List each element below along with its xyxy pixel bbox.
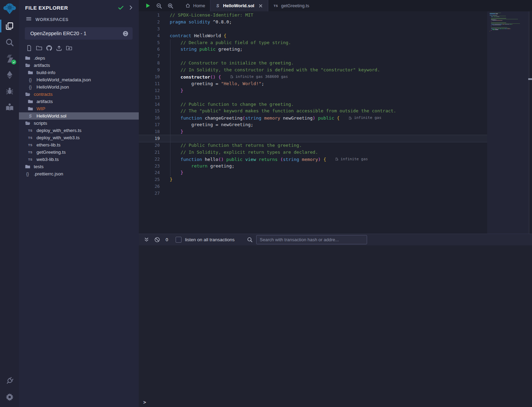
- editor-scrollbar-rail[interactable]: [529, 11, 532, 234]
- tree-item-label: contracts: [34, 92, 53, 97]
- activity-plugin-manager[interactable]: [0, 373, 19, 389]
- solidity-icon: S: [28, 113, 33, 119]
- tree-item-.deps[interactable]: .deps: [19, 54, 139, 62]
- terminal-search-icon: [247, 237, 253, 243]
- close-tab-icon[interactable]: [258, 3, 263, 8]
- solidity-icon: S: [215, 3, 220, 8]
- compile-success-badge: [11, 60, 16, 64]
- tree-item-HelloWorld.sol[interactable]: SHelloWorld.sol: [19, 112, 139, 120]
- activity-file-explorer[interactable]: [0, 18, 19, 34]
- file-explorer-panel: FILE EXPLORER WORKSPACES OpenZeppelin ER…: [19, 0, 139, 407]
- plug-icon: [5, 376, 14, 385]
- tree-item-HelloWorld_metadata.json[interactable]: {}HelloWorld_metadata.json: [19, 76, 139, 83]
- gas-estimate: infinite gas: [348, 114, 381, 121]
- line-number: 1: [139, 12, 160, 19]
- tabs: HomeSHelloWorld.solTSgetGreeting.ts: [180, 0, 314, 11]
- code-line-26: 26: [139, 183, 487, 190]
- hamburger-menu-icon[interactable]: [26, 16, 32, 23]
- workspace-select[interactable]: OpenZeppelin ERC20 - 1: [25, 27, 133, 40]
- tree-item-label: WIP: [36, 106, 45, 111]
- code-line-16: 16 function changeGreeting(string memory…: [139, 114, 487, 121]
- tree-item-ethers-lib.ts[interactable]: TSethers-lib.ts: [19, 141, 139, 149]
- clone-github-icon[interactable]: [46, 45, 52, 51]
- tree-item-label: scripts: [34, 121, 47, 126]
- code-editor[interactable]: 1// SPDX-License-Identifier: MIT2pragma …: [139, 11, 532, 234]
- line-number: 10: [139, 73, 160, 80]
- line-number: 6: [139, 46, 160, 53]
- tree-item-artifacts[interactable]: artifacts: [19, 62, 139, 69]
- upload-folder-icon[interactable]: [66, 45, 72, 51]
- activity-deploy-and-run[interactable]: [0, 67, 19, 83]
- ts-icon: TS: [273, 3, 278, 8]
- tree-item-artifacts[interactable]: artifacts: [19, 98, 139, 105]
- new-file-icon[interactable]: [26, 45, 32, 51]
- terminal-prompt: >: [143, 399, 146, 405]
- folder-open-icon: [25, 121, 30, 126]
- minimap[interactable]: [487, 11, 529, 234]
- tree-item-build-info[interactable]: build-info: [19, 69, 139, 76]
- tree-item-contracts[interactable]: contracts: [19, 91, 139, 98]
- clear-console-icon[interactable]: [154, 237, 160, 243]
- tree-item-deploy_with_web3.ts[interactable]: TSdeploy_with_web3.ts: [19, 134, 139, 141]
- code-line-6: 6 string public greeting;: [139, 46, 487, 53]
- line-number: 14: [139, 101, 160, 108]
- activity-solidity-compiler[interactable]: [0, 50, 19, 67]
- tree-item-label: web3-lib.ts: [36, 157, 59, 162]
- workspaces-label: WORKSPACES: [35, 17, 69, 22]
- line-number: 27: [139, 190, 160, 197]
- code-line-8: 8 // Constructor to initialize the greet…: [139, 60, 487, 67]
- code-line-17: 17 greeting = newGreeting;: [139, 121, 487, 128]
- ts-icon: TS: [28, 135, 33, 141]
- remix-logo-icon: [2, 2, 17, 16]
- zoom-out-button[interactable]: [156, 3, 162, 9]
- braces-icon: {}: [28, 84, 33, 90]
- editor-area: HomeSHelloWorld.solTSgetGreeting.ts 1// …: [139, 0, 532, 407]
- tab-getGreeting.ts[interactable]: TSgetGreeting.ts: [268, 0, 314, 11]
- tree-item-label: .deps: [34, 55, 45, 61]
- run-script-button[interactable]: [145, 3, 151, 9]
- ethereum-icon: [5, 70, 14, 79]
- indent-guide: [170, 39, 170, 176]
- tree-item-getGreeting.ts[interactable]: TSgetGreeting.ts: [19, 149, 139, 156]
- tree-item-HelloWorld.json[interactable]: {}HelloWorld.json: [19, 83, 139, 91]
- code-line-12: 12 }: [139, 87, 487, 94]
- line-number: 7: [139, 53, 160, 60]
- tab-Home[interactable]: Home: [180, 0, 210, 11]
- terminal-search-input[interactable]: [256, 235, 367, 244]
- upload-file-icon[interactable]: [56, 45, 62, 51]
- tree-item-web3-lib.ts[interactable]: TSweb3-lib.ts: [19, 156, 139, 163]
- tree-item-deploy_with_ethers.ts[interactable]: TSdeploy_with_ethers.ts: [19, 127, 139, 134]
- code-line-7: 7: [139, 53, 487, 60]
- activity-search[interactable]: [0, 34, 19, 50]
- panel-resize-handle[interactable]: [528, 78, 532, 80]
- tree-item-WIP[interactable]: WIP: [19, 105, 139, 112]
- folder-icon: [25, 55, 30, 61]
- braces-icon: {}: [28, 77, 33, 83]
- line-number: 2: [139, 19, 160, 26]
- code-line-18: 18 }: [139, 128, 487, 135]
- listen-transactions-checkbox[interactable]: [176, 237, 181, 243]
- chevron-right-icon[interactable]: [128, 4, 134, 11]
- tree-item-tests[interactable]: tests: [19, 163, 139, 170]
- activity-settings[interactable]: [0, 389, 19, 405]
- file-explorer-header: FILE EXPLORER: [19, 0, 139, 13]
- tree-item-label: HelloWorld_metadata.json: [36, 77, 91, 82]
- tree-item-label: artifacts: [36, 99, 53, 104]
- activity-debugger[interactable]: [0, 83, 19, 99]
- ts-icon: TS: [28, 128, 33, 133]
- line-number: 8: [139, 60, 160, 67]
- files-icon: [5, 22, 14, 31]
- line-number: 20: [139, 142, 160, 149]
- tab-HelloWorld.sol[interactable]: SHelloWorld.sol: [210, 0, 269, 11]
- activity-bar: [0, 0, 19, 407]
- tree-item-.prettierrc.json[interactable]: {}.prettierrc.json: [19, 170, 139, 177]
- zoom-in-button[interactable]: [167, 3, 174, 9]
- terminal-output[interactable]: >: [139, 245, 532, 407]
- activity-learneth[interactable]: [0, 99, 19, 115]
- book-icon: [5, 103, 14, 112]
- new-folder-icon[interactable]: [36, 45, 42, 51]
- code-line-2: 2pragma solidity ^0.8.0;: [139, 19, 487, 26]
- collapse-terminal-icon[interactable]: [144, 237, 149, 243]
- tree-item-scripts[interactable]: scripts: [19, 120, 139, 127]
- transaction-count: 0: [166, 237, 168, 242]
